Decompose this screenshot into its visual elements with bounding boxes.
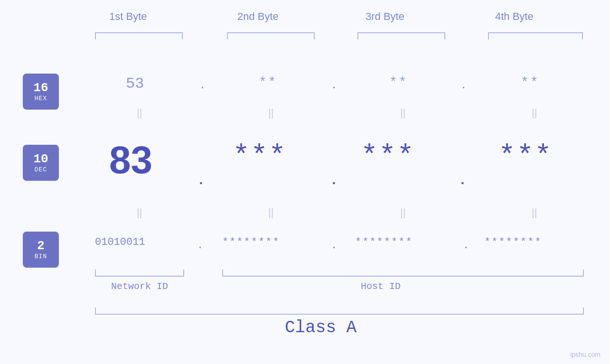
eq-6: || (268, 206, 273, 219)
eq-1: || (137, 107, 142, 119)
byte-3-header: 3rd Byte (366, 10, 404, 23)
dec-byte4: *** (498, 140, 553, 172)
eq-5: || (137, 206, 142, 219)
dec-byte3: *** (361, 140, 415, 172)
bin-byte4: ******** (484, 236, 542, 248)
eq-3: || (400, 107, 405, 119)
byte-4-header: 4th Byte (495, 10, 534, 23)
dec-byte2: *** (233, 140, 287, 172)
class-bracket (95, 308, 584, 315)
byte-1-top-bracket (95, 32, 183, 39)
bin-byte1: 01010011 (95, 236, 145, 248)
eq-8: || (532, 206, 537, 219)
badge-hex-label: HEX (35, 95, 47, 102)
watermark: ipshu.com (570, 351, 601, 358)
hex-byte4: ** (521, 75, 540, 90)
byte-3-top-bracket (357, 32, 445, 39)
hex-byte3: ** (389, 75, 408, 90)
dot-dec-3: . (459, 173, 467, 188)
eq-2: || (268, 107, 273, 119)
byte-2-top-bracket (227, 32, 315, 39)
dot-dec-2: . (330, 173, 338, 188)
byte-4-top-bracket (488, 32, 583, 39)
bin-byte2: ******** (222, 236, 280, 248)
byte-1-header: 1st Byte (109, 10, 147, 23)
class-label: Class A (285, 318, 357, 337)
badge-hex: 16 HEX (23, 74, 59, 110)
badge-dec-label: DEC (35, 166, 47, 173)
hex-byte2: ** (259, 75, 278, 90)
bin-byte3: ******** (355, 236, 413, 248)
eq-7: || (400, 206, 405, 219)
byte-2-header: 2nd Byte (237, 10, 279, 23)
network-id-label: Network ID (111, 281, 168, 292)
page: 1st Byte 2nd Byte 3rd Byte 4th Byte 16 H… (0, 0, 610, 364)
dot-bin-2: . (331, 240, 337, 252)
dot-dec-1: . (197, 173, 205, 188)
badge-dec: 10 DEC (23, 145, 59, 181)
badge-bin-label: BIN (35, 253, 47, 260)
host-id-label: Host ID (361, 281, 401, 292)
badge-hex-num: 16 (33, 81, 48, 95)
dot-bin-3: . (463, 240, 469, 252)
dot-hex-3: . (460, 80, 467, 92)
host-id-bracket (222, 270, 584, 277)
dot-hex-2: . (331, 80, 337, 92)
badge-bin-num: 2 (37, 239, 45, 253)
eq-4: || (532, 107, 537, 119)
dot-hex-1: . (199, 80, 206, 92)
network-id-bracket (95, 270, 184, 277)
dot-bin-1: . (197, 240, 203, 252)
hex-byte1: 53 (126, 75, 144, 93)
badge-dec-num: 10 (33, 152, 48, 166)
dec-byte1: 83 (109, 138, 152, 182)
badge-bin: 2 BIN (23, 232, 59, 268)
